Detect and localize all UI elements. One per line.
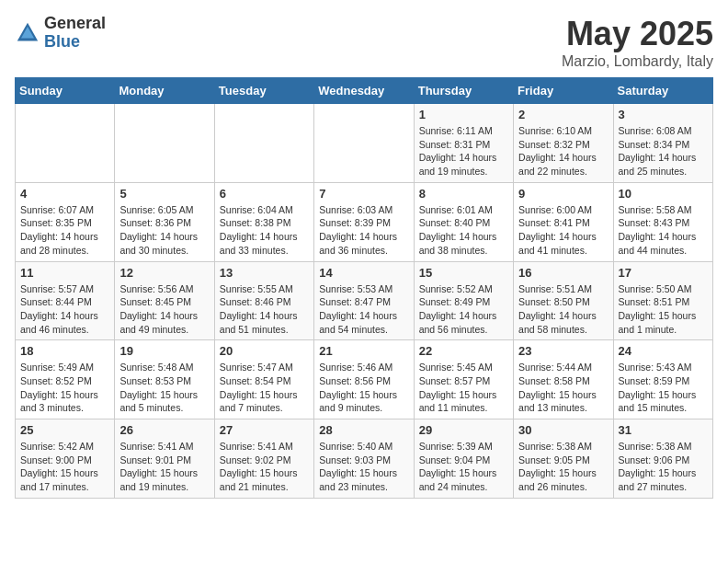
day-info: Sunrise: 5:40 AM Sunset: 9:03 PM Dayligh… <box>319 440 408 494</box>
day-info: Sunrise: 5:47 AM Sunset: 8:54 PM Dayligh… <box>220 361 309 415</box>
day-info: Sunrise: 5:55 AM Sunset: 8:46 PM Dayligh… <box>220 282 309 337</box>
day-header-wednesday: Wednesday <box>314 78 414 104</box>
logo-icon <box>15 20 40 46</box>
calendar-cell: 5Sunrise: 6:05 AM Sunset: 8:36 PM Daylig… <box>115 182 214 261</box>
logo-general-text: General <box>44 15 106 33</box>
day-info: Sunrise: 5:48 AM Sunset: 8:53 PM Dayligh… <box>119 361 209 415</box>
day-info: Sunrise: 5:45 AM Sunset: 8:57 PM Dayligh… <box>419 361 508 415</box>
calendar-cell: 14Sunrise: 5:53 AM Sunset: 8:47 PM Dayli… <box>314 261 414 340</box>
calendar-cell: 23Sunrise: 5:44 AM Sunset: 8:58 PM Dayli… <box>514 340 613 419</box>
day-info: Sunrise: 6:04 AM Sunset: 8:38 PM Dayligh… <box>220 203 309 258</box>
day-number: 3 <box>619 108 708 121</box>
day-info: Sunrise: 5:53 AM Sunset: 8:47 PM Dayligh… <box>319 282 408 337</box>
day-info: Sunrise: 6:00 AM Sunset: 8:41 PM Dayligh… <box>518 203 608 258</box>
day-number: 18 <box>20 344 109 358</box>
calendar-cell: 13Sunrise: 5:55 AM Sunset: 8:46 PM Dayli… <box>214 261 313 340</box>
day-number: 27 <box>220 423 309 437</box>
calendar-cell: 25Sunrise: 5:42 AM Sunset: 9:00 PM Dayli… <box>16 419 115 499</box>
calendar-cell: 19Sunrise: 5:48 AM Sunset: 8:53 PM Dayli… <box>115 340 214 419</box>
day-header-sunday: Sunday <box>16 78 115 104</box>
calendar-cell: 11Sunrise: 5:57 AM Sunset: 8:44 PM Dayli… <box>16 261 115 340</box>
day-info: Sunrise: 5:38 AM Sunset: 9:06 PM Dayligh… <box>619 440 708 494</box>
day-info: Sunrise: 5:49 AM Sunset: 8:52 PM Dayligh… <box>20 361 109 415</box>
day-number: 11 <box>20 266 109 280</box>
calendar-cell: 15Sunrise: 5:52 AM Sunset: 8:49 PM Dayli… <box>414 261 513 340</box>
day-number: 12 <box>119 266 209 280</box>
calendar-cell: 22Sunrise: 5:45 AM Sunset: 8:57 PM Dayli… <box>414 340 513 419</box>
day-info: Sunrise: 5:41 AM Sunset: 9:01 PM Dayligh… <box>119 440 209 494</box>
calendar-cell: 20Sunrise: 5:47 AM Sunset: 8:54 PM Dayli… <box>214 340 313 419</box>
logo: General Blue <box>15 15 106 52</box>
calendar-cell: 24Sunrise: 5:43 AM Sunset: 8:59 PM Dayli… <box>613 340 712 419</box>
day-info: Sunrise: 5:58 AM Sunset: 8:43 PM Dayligh… <box>619 203 708 258</box>
logo-blue-text: Blue <box>44 33 106 52</box>
day-number: 28 <box>319 423 408 437</box>
week-row-5: 25Sunrise: 5:42 AM Sunset: 9:00 PM Dayli… <box>16 419 713 499</box>
day-number: 1 <box>419 108 508 121</box>
calendar-header-row: SundayMondayTuesdayWednesdayThursdayFrid… <box>16 78 713 104</box>
calendar-cell: 4Sunrise: 6:07 AM Sunset: 8:35 PM Daylig… <box>16 182 115 261</box>
week-row-1: 1Sunrise: 6:11 AM Sunset: 8:31 PM Daylig… <box>16 104 713 183</box>
day-info: Sunrise: 5:43 AM Sunset: 8:59 PM Dayligh… <box>619 361 708 415</box>
calendar-subtitle: Marzio, Lombardy, Italy <box>562 53 713 70</box>
day-number: 8 <box>419 187 508 201</box>
day-info: Sunrise: 5:57 AM Sunset: 8:44 PM Dayligh… <box>20 282 109 337</box>
day-info: Sunrise: 6:03 AM Sunset: 8:39 PM Dayligh… <box>319 203 408 258</box>
day-number: 15 <box>419 266 508 280</box>
calendar-cell: 10Sunrise: 5:58 AM Sunset: 8:43 PM Dayli… <box>613 182 712 261</box>
calendar-cell: 1Sunrise: 6:11 AM Sunset: 8:31 PM Daylig… <box>414 104 513 183</box>
day-number: 31 <box>619 423 708 437</box>
calendar-cell: 26Sunrise: 5:41 AM Sunset: 9:01 PM Dayli… <box>115 419 214 499</box>
day-info: Sunrise: 5:46 AM Sunset: 8:56 PM Dayligh… <box>319 361 408 415</box>
day-info: Sunrise: 6:10 AM Sunset: 8:32 PM Dayligh… <box>518 124 608 178</box>
day-number: 23 <box>518 344 608 358</box>
day-number: 21 <box>319 344 408 358</box>
day-number: 26 <box>119 423 209 437</box>
calendar-cell: 12Sunrise: 5:56 AM Sunset: 8:45 PM Dayli… <box>115 261 214 340</box>
day-number: 17 <box>619 266 708 280</box>
day-info: Sunrise: 5:38 AM Sunset: 9:05 PM Dayligh… <box>518 440 608 494</box>
calendar-cell: 9Sunrise: 6:00 AM Sunset: 8:41 PM Daylig… <box>514 182 613 261</box>
calendar-cell: 6Sunrise: 6:04 AM Sunset: 8:38 PM Daylig… <box>214 182 313 261</box>
week-row-4: 18Sunrise: 5:49 AM Sunset: 8:52 PM Dayli… <box>16 340 713 419</box>
calendar-cell: 29Sunrise: 5:39 AM Sunset: 9:04 PM Dayli… <box>414 419 513 499</box>
calendar-cell: 27Sunrise: 5:41 AM Sunset: 9:02 PM Dayli… <box>214 419 313 499</box>
calendar-title: May 2025 <box>562 15 713 53</box>
title-block: May 2025 Marzio, Lombardy, Italy <box>562 15 713 70</box>
calendar-cell: 30Sunrise: 5:38 AM Sunset: 9:05 PM Dayli… <box>514 419 613 499</box>
calendar-cell: 31Sunrise: 5:38 AM Sunset: 9:06 PM Dayli… <box>613 419 712 499</box>
day-info: Sunrise: 5:56 AM Sunset: 8:45 PM Dayligh… <box>119 282 209 337</box>
day-number: 25 <box>20 423 109 437</box>
day-number: 29 <box>419 423 508 437</box>
calendar-cell <box>115 104 214 183</box>
day-number: 20 <box>220 344 309 358</box>
day-header-tuesday: Tuesday <box>214 78 313 104</box>
calendar-cell: 8Sunrise: 6:01 AM Sunset: 8:40 PM Daylig… <box>414 182 513 261</box>
week-row-3: 11Sunrise: 5:57 AM Sunset: 8:44 PM Dayli… <box>16 261 713 340</box>
day-info: Sunrise: 6:08 AM Sunset: 8:34 PM Dayligh… <box>619 124 708 178</box>
day-info: Sunrise: 5:50 AM Sunset: 8:51 PM Dayligh… <box>619 282 708 337</box>
day-number: 2 <box>518 108 608 121</box>
day-header-saturday: Saturday <box>613 78 712 104</box>
calendar-cell <box>214 104 313 183</box>
calendar-cell: 16Sunrise: 5:51 AM Sunset: 8:50 PM Dayli… <box>514 261 613 340</box>
day-info: Sunrise: 6:07 AM Sunset: 8:35 PM Dayligh… <box>20 203 109 258</box>
day-number: 4 <box>20 187 109 201</box>
day-header-thursday: Thursday <box>414 78 513 104</box>
day-number: 13 <box>220 266 309 280</box>
day-number: 22 <box>419 344 508 358</box>
day-info: Sunrise: 5:51 AM Sunset: 8:50 PM Dayligh… <box>518 282 608 337</box>
day-number: 14 <box>319 266 408 280</box>
day-number: 9 <box>518 187 608 201</box>
calendar-cell: 2Sunrise: 6:10 AM Sunset: 8:32 PM Daylig… <box>514 104 613 183</box>
day-info: Sunrise: 6:01 AM Sunset: 8:40 PM Dayligh… <box>419 203 508 258</box>
day-info: Sunrise: 5:41 AM Sunset: 9:02 PM Dayligh… <box>220 440 309 494</box>
day-info: Sunrise: 6:05 AM Sunset: 8:36 PM Dayligh… <box>119 203 209 258</box>
calendar-cell <box>314 104 414 183</box>
week-row-2: 4Sunrise: 6:07 AM Sunset: 8:35 PM Daylig… <box>16 182 713 261</box>
calendar-cell: 3Sunrise: 6:08 AM Sunset: 8:34 PM Daylig… <box>613 104 712 183</box>
calendar-cell: 17Sunrise: 5:50 AM Sunset: 8:51 PM Dayli… <box>613 261 712 340</box>
page-header: General Blue May 2025 Marzio, Lombardy, … <box>15 15 713 70</box>
calendar-cell: 7Sunrise: 6:03 AM Sunset: 8:39 PM Daylig… <box>314 182 414 261</box>
day-info: Sunrise: 5:42 AM Sunset: 9:00 PM Dayligh… <box>20 440 109 494</box>
